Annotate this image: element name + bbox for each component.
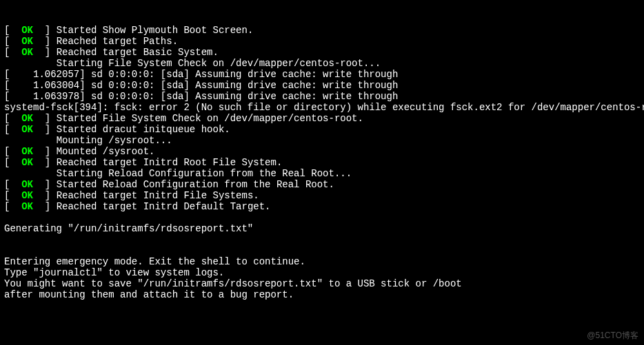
console-text: Generating "/run/initramfs/rdsosreport.t… <box>4 223 253 234</box>
status-bracket-open: [ <box>4 113 21 124</box>
status-ok-label: OK <box>21 201 33 212</box>
console-line: Generating "/run/initramfs/rdsosreport.t… <box>4 223 640 234</box>
console-line: [ OK ] Reached target Initrd Root File S… <box>4 157 640 168</box>
status-bracket-close: ] <box>33 124 57 135</box>
status-bracket-close: ] <box>33 201 57 212</box>
console-line: [ 1.062057] sd 0:0:0:0: [sda] Assuming d… <box>4 69 640 80</box>
console-line: [ OK ] Started Show Plymouth Boot Screen… <box>4 25 640 36</box>
console-line: Starting File System Check on /dev/mappe… <box>4 58 640 69</box>
console-line: [ 1.063004] sd 0:0:0:0: [sda] Assuming d… <box>4 80 640 91</box>
console-text: systemd-fsck[394]: fsck: error 2 (No suc… <box>4 102 644 113</box>
status-ok-label: OK <box>21 25 33 36</box>
console-line <box>4 311 640 322</box>
status-bracket-open: [ <box>4 25 21 36</box>
console-line: [ OK ] Reached target Basic System. <box>4 47 640 58</box>
console-text: Started Show Plymouth Boot Screen. <box>57 25 254 36</box>
console-text: Starting Reload Configuration from the R… <box>57 168 352 179</box>
console-line <box>4 300 640 311</box>
console-text: Entering emergency mode. Exit the shell … <box>4 256 305 267</box>
status-bracket-close: ] <box>33 157 57 168</box>
console-line: [ OK ] Mounted /sysroot. <box>4 146 640 157</box>
ts-bracket-close: ] <box>79 80 91 91</box>
console-line: Mounting /sysroot... <box>4 135 640 146</box>
console-line: systemd-fsck[394]: fsck: error 2 (No suc… <box>4 102 640 113</box>
status-ok-label: OK <box>21 157 33 168</box>
console-text: Type "journalctl" to view system logs. <box>4 267 224 278</box>
console-text: Reached target Initrd Default Target. <box>57 201 271 212</box>
ts-bracket-open: [ <box>4 69 33 80</box>
console-text: Reached target Initrd File Systems. <box>57 190 259 201</box>
ts-bracket-open: [ <box>4 80 33 91</box>
kernel-timestamp: 1.062057 <box>33 69 79 80</box>
status-bracket-close: ] <box>33 36 57 47</box>
console-line: Starting Reload Configuration from the R… <box>4 168 640 179</box>
console-line: [ OK ] Reached target Initrd Default Tar… <box>4 201 640 212</box>
status-bracket-open: [ <box>4 146 21 157</box>
console-text: You might want to save "/run/initramfs/r… <box>4 278 462 289</box>
status-bracket-close: ] <box>33 25 57 36</box>
ts-bracket-close: ] <box>79 91 91 102</box>
status-bracket-close: ] <box>33 190 57 201</box>
console-line: [ OK ] Reached target Initrd File System… <box>4 190 640 201</box>
status-bracket-open: [ <box>4 190 21 201</box>
status-bracket-close: ] <box>33 179 57 190</box>
status-ok-label: OK <box>21 179 33 190</box>
console-text: Mounting /sysroot... <box>57 135 172 146</box>
console-text: sd 0:0:0:0: [sda] Assuming drive cache: … <box>91 80 398 91</box>
console-line <box>4 212 640 223</box>
console-text: Started File System Check on /dev/mapper… <box>57 113 363 124</box>
status-ok-label: OK <box>21 124 33 135</box>
console-line: [ OK ] Reached target Paths. <box>4 36 640 47</box>
status-ok-label: OK <box>21 190 33 201</box>
console-text: sd 0:0:0:0: [sda] Assuming drive cache: … <box>91 91 398 102</box>
console-line: after mounting them and attach it to a b… <box>4 289 640 300</box>
status-ok-label: OK <box>21 113 33 124</box>
status-bracket-open: [ <box>4 157 21 168</box>
console-line: [ OK ] Started Reload Configuration from… <box>4 179 640 190</box>
status-bracket-close: ] <box>33 146 57 157</box>
console-text: after mounting them and attach it to a b… <box>4 289 294 300</box>
console-text: Reached target Initrd Root File System. <box>57 157 283 168</box>
ts-bracket-close: ] <box>79 69 91 80</box>
status-ok-label: OK <box>21 146 33 157</box>
status-bracket-open: [ <box>4 36 21 47</box>
status-bracket-open: [ <box>4 201 21 212</box>
status-ok-label: OK <box>21 36 33 47</box>
status-bracket-close: ] <box>33 47 57 58</box>
status-bracket-close: ] <box>33 113 57 124</box>
console-text: Reached target Paths. <box>57 36 178 47</box>
console-text: Starting File System Check on /dev/mappe… <box>57 58 381 69</box>
console-text: Started dracut initqueue hook. <box>57 124 230 135</box>
console-line: [ OK ] Started dracut initqueue hook. <box>4 124 640 135</box>
console-text: Started Reload Configuration from the Re… <box>57 179 334 190</box>
console-line: You might want to save "/run/initramfs/r… <box>4 278 640 289</box>
console-text: Reached target Basic System. <box>57 47 219 58</box>
console-line: Entering emergency mode. Exit the shell … <box>4 256 640 267</box>
console-line <box>4 245 640 256</box>
status-bracket-open: [ <box>4 179 21 190</box>
ts-bracket-open: [ <box>4 91 33 102</box>
console-line <box>4 234 640 245</box>
console-line: [ OK ] Started File System Check on /dev… <box>4 113 640 124</box>
console-line: Type "journalctl" to view system logs. <box>4 267 640 278</box>
status-bracket-open: [ <box>4 124 21 135</box>
console-text: Mounted /sysroot. <box>57 146 155 157</box>
console-text: sd 0:0:0:0: [sda] Assuming drive cache: … <box>91 69 398 80</box>
console-output: [ OK ] Started Show Plymouth Boot Screen… <box>4 25 640 322</box>
kernel-timestamp: 1.063978 <box>33 91 79 102</box>
kernel-timestamp: 1.063004 <box>33 80 79 91</box>
status-bracket-open: [ <box>4 47 21 58</box>
console-line: [ 1.063978] sd 0:0:0:0: [sda] Assuming d… <box>4 91 640 102</box>
boot-console[interactable]: [ OK ] Started Show Plymouth Boot Screen… <box>0 0 644 345</box>
status-ok-label: OK <box>21 47 33 58</box>
